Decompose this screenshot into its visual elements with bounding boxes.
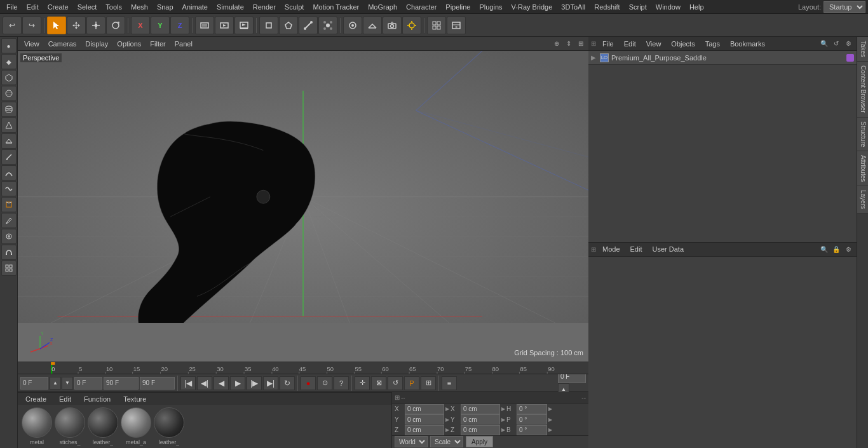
- menu-create[interactable]: Create: [44, 2, 72, 12]
- apply-button[interactable]: Apply: [466, 436, 493, 447]
- undo-button[interactable]: ↩: [3, 17, 22, 34]
- tool-knife[interactable]: [1, 149, 17, 165]
- mat-texture[interactable]: Texture: [119, 394, 150, 404]
- attrs-mode[interactable]: Mode: [599, 244, 624, 254]
- menu-3dtoall[interactable]: 3DToAll: [557, 2, 589, 12]
- menu-file[interactable]: File: [3, 2, 22, 12]
- attrs-settings-icon[interactable]: ⚙: [843, 244, 853, 254]
- menu-render[interactable]: Render: [249, 2, 280, 12]
- redo-button[interactable]: ↪: [22, 17, 41, 34]
- timeline-move-button[interactable]: ✛: [355, 376, 370, 390]
- record-active-button[interactable]: ●: [301, 376, 316, 390]
- start-frame-field[interactable]: 0 F: [74, 377, 102, 390]
- vp-menu-display[interactable]: Display: [81, 39, 112, 49]
- coord-z-pos[interactable]: 0 cm: [405, 425, 444, 435]
- tab-content-browser[interactable]: Content Browser: [857, 62, 868, 117]
- menu-help[interactable]: Help: [686, 2, 708, 12]
- coord-h-arrow[interactable]: ▶: [548, 406, 552, 412]
- frame-step-up[interactable]: ▲: [50, 377, 61, 390]
- end-frame-field[interactable]: 90 F: [104, 377, 139, 390]
- attrs-edit[interactable]: Edit: [627, 244, 646, 254]
- tool-deform[interactable]: [1, 197, 17, 212]
- go-to-start-button[interactable]: |◀: [180, 376, 196, 390]
- rp-objects[interactable]: Objects: [667, 39, 698, 49]
- tool-cone[interactable]: [1, 118, 17, 133]
- mat-function[interactable]: Function: [80, 394, 114, 404]
- material-ball-4[interactable]: [121, 407, 151, 438]
- coord-h-val[interactable]: 0 °: [517, 404, 547, 414]
- rp-edit[interactable]: Edit: [620, 39, 640, 49]
- coord-x-size[interactable]: 0 cm: [461, 404, 500, 414]
- select-tool-button[interactable]: [47, 17, 66, 34]
- timeline-scale-button[interactable]: ⊠: [371, 376, 386, 390]
- step-forward-button[interactable]: |▶: [247, 376, 262, 390]
- menu-vray[interactable]: V-Ray Bridge: [508, 2, 557, 12]
- tool-plane[interactable]: [1, 133, 17, 149]
- tab-structure[interactable]: Structure: [857, 118, 868, 152]
- rp-tags[interactable]: Tags: [702, 39, 724, 49]
- material-ball-5[interactable]: [154, 407, 184, 438]
- material-ball-1[interactable]: [22, 407, 52, 438]
- coord-b-val[interactable]: 0 °: [517, 425, 547, 435]
- menu-simulate[interactable]: Simulate: [213, 2, 248, 12]
- coord-y-arrow2[interactable]: ▶: [501, 417, 505, 423]
- menu-tools[interactable]: Tools: [102, 2, 126, 12]
- coord-p-arrow[interactable]: ▶: [548, 417, 552, 423]
- axis-z-button[interactable]: Z: [170, 17, 189, 34]
- rp-file[interactable]: File: [599, 39, 618, 49]
- coord-p-val[interactable]: 0 °: [517, 414, 547, 424]
- vertex-mode-button[interactable]: [318, 17, 337, 34]
- key-selection-button[interactable]: ?: [334, 376, 349, 390]
- frame-step-down[interactable]: ▼: [62, 377, 73, 390]
- panel-settings-icon[interactable]: ⚙: [843, 39, 853, 49]
- grid-button[interactable]: [427, 17, 446, 34]
- coord-x-pos[interactable]: 0 cm: [405, 404, 444, 414]
- scale-tool-button[interactable]: [86, 17, 105, 34]
- vp-menu-filter[interactable]: Filter: [146, 39, 169, 49]
- render-to-picture-button[interactable]: [234, 17, 254, 34]
- menu-plugins[interactable]: Plugins: [475, 2, 506, 12]
- current-frame-field[interactable]: 0 F: [20, 377, 48, 390]
- material-slot-3[interactable]: leather_: [88, 407, 118, 445]
- vp-menu-view[interactable]: View: [20, 39, 43, 49]
- viewport-expand-icon[interactable]: ⊕: [552, 39, 562, 49]
- coord-x-arrow1[interactable]: ▶: [445, 406, 449, 412]
- step-back-button[interactable]: ◀|: [197, 376, 212, 390]
- preview-end-frame-field[interactable]: 90 F: [140, 377, 175, 390]
- vp-menu-options[interactable]: Options: [113, 39, 145, 49]
- material-slot-2[interactable]: stiches_: [55, 407, 85, 445]
- loop-button[interactable]: ↻: [280, 376, 295, 390]
- go-to-end-button[interactable]: ▶|: [263, 376, 278, 390]
- axis-y-button[interactable]: Y: [151, 17, 170, 34]
- coord-y-pos[interactable]: 0 cm: [405, 414, 444, 424]
- play-reverse-button[interactable]: ◀: [214, 376, 229, 390]
- timeline-rotation-button[interactable]: ↺: [388, 376, 403, 390]
- attrs-lock-icon[interactable]: 🔒: [831, 244, 841, 254]
- tool-array[interactable]: [1, 261, 17, 276]
- menu-pipeline[interactable]: Pipeline: [442, 2, 474, 12]
- tool-nurbs[interactable]: [1, 181, 17, 196]
- tool-point[interactable]: ●: [1, 38, 17, 53]
- edge-mode-button[interactable]: [299, 17, 318, 34]
- material-slot-4[interactable]: metal_a: [121, 407, 151, 445]
- object-row-saddle[interactable]: ▶ LO Premium_All_Purpose_Saddle ⋮: [588, 51, 868, 65]
- render-region-button[interactable]: [195, 17, 214, 34]
- viewport-lock-icon[interactable]: ⇕: [564, 39, 574, 49]
- coord-z-size[interactable]: 0 cm: [461, 425, 500, 435]
- tool-sphere[interactable]: [1, 86, 17, 101]
- coord-y-arrow1[interactable]: ▶: [445, 417, 449, 423]
- material-ball-2[interactable]: [55, 407, 85, 438]
- tool-cylinder[interactable]: [1, 102, 17, 117]
- mat-create[interactable]: Create: [22, 394, 50, 404]
- snap-button[interactable]: [343, 17, 362, 34]
- workplane-button[interactable]: [363, 17, 382, 34]
- material-ball-3[interactable]: [88, 407, 118, 438]
- tool-cube[interactable]: [1, 70, 17, 85]
- camera-button[interactable]: [383, 17, 402, 34]
- vp-menu-cameras[interactable]: Cameras: [44, 39, 81, 49]
- panel-refresh-icon[interactable]: ↺: [831, 39, 841, 49]
- panel-search-icon[interactable]: 🔍: [819, 39, 829, 49]
- coord-b-arrow[interactable]: ▶: [548, 427, 552, 433]
- timeline-grid-button[interactable]: ⊞: [421, 376, 436, 390]
- menu-mesh[interactable]: Mesh: [127, 2, 152, 12]
